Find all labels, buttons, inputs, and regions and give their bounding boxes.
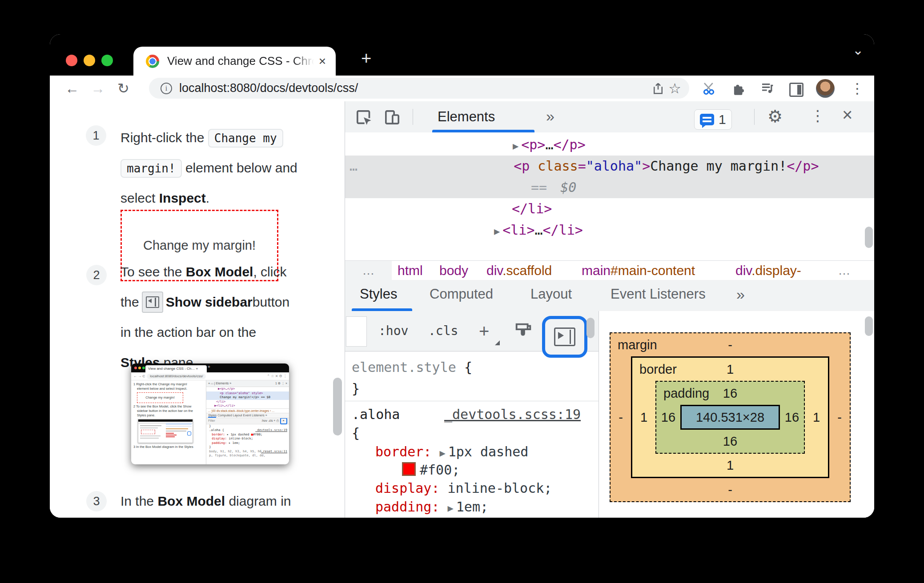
show-sidebar-inline-icon [142, 292, 163, 313]
more-panes-chevron[interactable]: » [736, 280, 745, 308]
rendering-brush-icon[interactable] [513, 321, 534, 343]
styles-filter-input[interactable] [346, 316, 367, 347]
margin-left-value[interactable]: - [611, 356, 631, 478]
browser-menu-icon[interactable]: ⋮ [850, 76, 864, 101]
omnibox[interactable]: i localhost:8080/docs/devtools/css/ ☆ [149, 78, 689, 99]
toggle-class-button[interactable]: .cls [428, 311, 458, 351]
tab-close-icon[interactable]: × [319, 55, 326, 68]
color-swatch[interactable] [402, 462, 416, 476]
tab-computed[interactable]: Computed [430, 280, 493, 308]
padding-top-value[interactable]: 16 [723, 386, 737, 401]
crumb-body[interactable]: body [439, 261, 468, 280]
margin-top-value[interactable]: - [728, 338, 732, 352]
margin-right-value[interactable]: - [829, 356, 850, 478]
extensions-puzzle-icon[interactable] [731, 81, 746, 96]
step-1-line-1: Right-click the Change my [121, 123, 283, 153]
nested-mini-screenshot [138, 419, 193, 443]
devtools-close-icon[interactable]: × [842, 105, 852, 125]
step-2-line-1: To see the Box Model, click [121, 257, 286, 287]
thumb-devtools-pane: ⌖ ▭ | Elements »1 ⚙ ⋮ × ▶<p>…</p> <p cla… [206, 380, 289, 464]
step-1-line-3: select Inspect. [121, 183, 209, 213]
devtools-menu-icon[interactable]: ⋮ [810, 107, 825, 124]
crumb-main-content[interactable]: main#main-content [582, 261, 695, 280]
dom-tree: ▶<p>…</p> … <p class="aloha">Change my m… [345, 132, 874, 260]
bookmark-star-icon[interactable]: ☆ [668, 80, 681, 97]
show-sidebar-icon [554, 327, 575, 346]
settings-gear-icon[interactable]: ⚙ [767, 107, 783, 126]
box-model-border[interactable]: border 1 1 padding 16 [631, 356, 829, 478]
show-sidebar-button[interactable] [542, 316, 587, 358]
breadcrumb: … html body div.scaffold main#main-conte… [345, 260, 874, 280]
breadcrumb-overflow-left[interactable]: … [345, 261, 392, 280]
forward-button[interactable]: → [91, 76, 105, 101]
border-bottom-value[interactable]: 1 [632, 454, 828, 477]
dom-node-p-collapsed[interactable]: ▶<p>…</p> [345, 134, 874, 156]
thumb-doc-pane: 1 Right-click the Change my margin! elem… [131, 380, 206, 464]
dom-node-flag: == $0 [345, 177, 874, 198]
padding-bottom-value[interactable]: 16 [656, 430, 804, 453]
dom-node-li-collapsed[interactable]: ▶<li>…</li> [345, 220, 874, 241]
box-model-content[interactable]: 140.531×28 [680, 405, 780, 430]
page-scrollbar-thumb[interactable] [333, 378, 342, 435]
tab-layout[interactable]: Layout [530, 280, 572, 308]
toggle-hover-state-button[interactable]: :hov [378, 311, 408, 351]
media-playlist-icon[interactable] [760, 81, 775, 96]
tab-event-listeners[interactable]: Event Listeners [611, 280, 706, 308]
site-info-icon[interactable]: i [161, 83, 172, 94]
margin-label: margin [618, 338, 657, 352]
padding-left-value[interactable]: 16 [656, 405, 680, 430]
step-1-number: 1 [86, 125, 106, 146]
padding-label: padding [663, 386, 709, 401]
css-property-display[interactable]: display: inline-block; [375, 478, 552, 499]
stylesheet-link[interactable]: _devtools.scss:19 [444, 404, 581, 425]
traffic-close-button[interactable] [66, 55, 77, 66]
border-top-value[interactable]: 1 [727, 362, 734, 377]
margin-bottom-value[interactable]: - [611, 478, 850, 501]
styles-scrollbar-thumb[interactable] [587, 318, 595, 338]
step-2-line-3: in the action bar on the [121, 317, 256, 347]
box-model-margin[interactable]: margin - - border 1 1 [610, 332, 851, 502]
extension-scissors-icon[interactable] [703, 81, 717, 96]
border-label: border [639, 362, 677, 377]
avatar[interactable] [816, 79, 835, 98]
devtools-panel: Elements » 1 ⚙ ⋮ × ▶<p>…</p> … <p class=… [345, 101, 874, 518]
share-icon[interactable] [651, 82, 665, 95]
inspect-element-icon[interactable] [355, 108, 373, 128]
thumb-toolbar: ← → C localhost:8080/docs/devtools/css/ … [131, 372, 289, 380]
border-left-value[interactable]: 1 [632, 381, 655, 454]
crumb-div-display[interactable]: div.display- [735, 261, 801, 280]
url-text[interactable]: localhost:8080/docs/devtools/css/ [179, 81, 358, 95]
dom-scrollbar-thumb[interactable] [865, 227, 873, 248]
element-style-selector[interactable]: element.style { [352, 357, 472, 378]
tab-elements[interactable]: Elements [438, 109, 495, 125]
issues-button[interactable]: 1 [694, 109, 732, 130]
reload-button[interactable]: ↻ [117, 76, 129, 101]
device-toolbar-icon[interactable] [383, 108, 401, 128]
box-model-padding[interactable]: padding 16 16 140.531×28 16 16 [655, 381, 805, 454]
more-panels-chevron[interactable]: » [546, 108, 554, 125]
dom-node-p-aloha[interactable]: … <p class="aloha">Change my margin!</p> [345, 156, 874, 177]
padding-right-value[interactable]: 16 [780, 405, 804, 430]
tab-search-chevron-icon[interactable]: ⌄ [852, 42, 864, 58]
border-right-value[interactable]: 1 [805, 381, 828, 454]
styles-toolbar: :hov .cls + [345, 311, 599, 351]
traffic-zoom-button[interactable] [101, 55, 113, 66]
side-panel-icon[interactable] [789, 83, 803, 97]
styles-pane: :hov .cls + element.style { [345, 311, 599, 518]
sidebar-scrollbar-thumb[interactable] [865, 316, 873, 336]
crumb-div-scaffold[interactable]: div.scaffold [486, 261, 552, 280]
breadcrumb-overflow-right[interactable]: … [823, 261, 865, 280]
browser-tab[interactable]: View and change CSS - Chrom × [133, 47, 336, 76]
crumb-html[interactable]: html [398, 261, 423, 280]
new-style-rule-button[interactable]: + [479, 311, 489, 351]
issues-chat-icon [700, 114, 714, 125]
tab-styles[interactable]: Styles [360, 280, 397, 308]
new-rule-dropdown-triangle[interactable] [495, 340, 500, 345]
back-button[interactable]: ← [65, 76, 79, 101]
inline-code: Change my [208, 129, 283, 148]
css-property-padding[interactable]: padding: ▶1em; [375, 496, 488, 518]
new-tab-button[interactable]: + [361, 48, 371, 68]
aloha-selector[interactable]: .aloha [352, 404, 400, 425]
traffic-minimize-button[interactable] [84, 55, 95, 66]
dom-node-li-close[interactable]: </li> [345, 198, 874, 220]
